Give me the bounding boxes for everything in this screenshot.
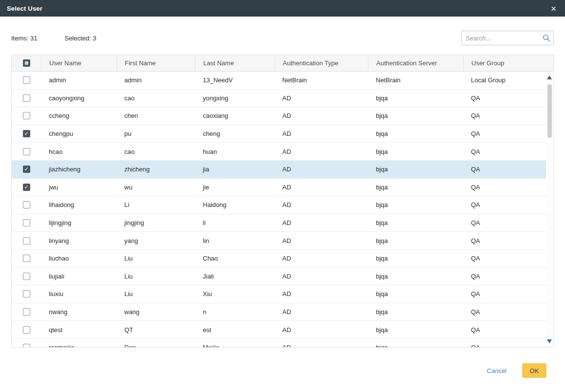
select-user-dialog: Select User × Items: 31 Selected: 3 User… xyxy=(0,0,565,348)
table-row[interactable]: liuxiuLiuXiuADbjqaQA xyxy=(12,285,553,303)
table-cell: jiazhicheng xyxy=(41,161,117,178)
row-checkbox[interactable] xyxy=(23,326,30,334)
table-cell: admin xyxy=(117,72,195,89)
table-row[interactable]: linyangyanglinADbjqaQA xyxy=(12,232,553,250)
table-cell: wu xyxy=(117,179,195,196)
table-row[interactable]: renmeijieRenMeijieADbjqaQA xyxy=(12,339,553,347)
row-checkbox[interactable] xyxy=(23,290,30,298)
table-cell: n xyxy=(195,303,274,321)
row-checkbox[interactable] xyxy=(23,94,30,102)
scroll-up-icon[interactable] xyxy=(547,75,552,79)
table-row[interactable]: lihaidongLiHaidongADbjqaQA xyxy=(12,196,553,214)
select-all-cell xyxy=(12,55,41,71)
table-cell: wang xyxy=(117,303,195,321)
column-header-authentication-server[interactable]: Authentication Server xyxy=(368,55,463,71)
table-cell: zhicheng xyxy=(117,161,195,178)
row-checkbox[interactable] xyxy=(23,344,30,347)
table-cell: bjqa xyxy=(368,321,463,338)
table-cell: li xyxy=(195,214,274,232)
row-checkbox-cell: ✓ xyxy=(12,161,41,178)
row-checkbox[interactable] xyxy=(23,148,30,155)
table-cell: AD xyxy=(274,161,368,178)
table-cell: bjqa xyxy=(368,232,463,249)
row-checkbox[interactable] xyxy=(23,219,30,226)
search-icon[interactable] xyxy=(540,34,553,42)
table-cell: bjqa xyxy=(368,303,463,321)
table-row[interactable]: ✓chengpupuchengADbjqaQA xyxy=(12,125,553,143)
row-checkbox[interactable] xyxy=(23,308,30,316)
search-input[interactable] xyxy=(462,35,540,42)
scroll-down-icon[interactable] xyxy=(547,339,552,343)
row-checkbox[interactable]: ✓ xyxy=(23,130,30,137)
table-cell: cheng xyxy=(195,125,274,143)
table-cell: lihaidong xyxy=(41,196,117,214)
table-row[interactable]: ✓jwuwujieADbjqaQA xyxy=(12,179,553,197)
table-cell: QA xyxy=(463,107,553,125)
column-header-user-group[interactable]: User Group xyxy=(463,55,553,71)
table-row[interactable]: liujialiLiuJialiADbjqaQA xyxy=(12,268,553,286)
items-count: Items: 31 xyxy=(11,35,37,42)
table-row[interactable]: caoyongxingcaoyongxingADbjqaQA xyxy=(12,90,553,108)
table-cell: bjqa xyxy=(368,107,463,125)
row-checkbox[interactable]: ✓ xyxy=(23,166,30,173)
row-checkbox[interactable] xyxy=(23,273,30,280)
table-cell: Liu xyxy=(117,268,195,285)
table-row[interactable]: hcaocaohuanADbjqaQA xyxy=(12,143,553,161)
row-checkbox[interactable] xyxy=(23,201,30,208)
table-cell: caoyongxing xyxy=(41,90,117,107)
column-header-last-name[interactable]: Last Name xyxy=(195,55,274,71)
row-checkbox[interactable]: ✓ xyxy=(23,184,30,191)
select-all-checkbox[interactable] xyxy=(23,59,30,67)
table-cell: QA xyxy=(463,196,553,214)
ok-button[interactable]: OK xyxy=(522,363,546,378)
table-cell: Li xyxy=(117,196,195,214)
row-checkbox-cell: ✓ xyxy=(12,125,41,143)
table-cell: Xiu xyxy=(195,285,274,303)
table-cell: Jiali xyxy=(195,268,274,285)
table-cell: AD xyxy=(274,268,368,285)
selected-count: Selected: 3 xyxy=(64,35,96,42)
row-checkbox[interactable] xyxy=(23,112,30,119)
close-icon[interactable]: × xyxy=(549,3,558,14)
table-row[interactable]: liuchaoLiuChaoADbjqaQA xyxy=(12,250,553,268)
table-cell: QA xyxy=(463,214,553,232)
column-header-authentication-type[interactable]: Authentication Type xyxy=(274,55,368,71)
row-checkbox-cell xyxy=(12,107,41,125)
table-row[interactable]: adminadmin13_NeedVNetBrainNetBrainLocal … xyxy=(12,72,553,90)
scrollbar-thumb[interactable] xyxy=(547,84,552,138)
table-cell: QA xyxy=(463,125,553,143)
table-cell: est xyxy=(195,321,274,338)
row-checkbox-cell: ✓ xyxy=(12,179,41,196)
table-cell: AD xyxy=(274,303,368,321)
dialog-title: Select User xyxy=(7,5,42,12)
table-cell: AD xyxy=(274,321,368,338)
table-cell: Local Group xyxy=(463,72,553,89)
row-checkbox[interactable] xyxy=(23,255,30,262)
table-cell: Chao xyxy=(195,250,274,267)
table-row[interactable]: ✓jiazhichengzhichengjiaADbjqaQA xyxy=(12,161,553,179)
cancel-button[interactable]: Cancel xyxy=(487,367,507,374)
table-cell: liuxiu xyxy=(41,285,117,303)
row-checkbox-cell xyxy=(12,339,41,347)
table-cell: QA xyxy=(463,143,553,160)
table-cell: lijingjing xyxy=(41,214,117,232)
table-cell: AD xyxy=(274,107,368,125)
dialog-titlebar: Select User × xyxy=(0,0,565,17)
table-row[interactable]: qtestQTestADbjqaQA xyxy=(12,321,553,339)
table-cell: bjqa xyxy=(368,268,463,285)
table-cell: bjqa xyxy=(368,285,463,303)
column-header-user-name[interactable]: User Name xyxy=(41,55,117,71)
table-cell: QA xyxy=(463,303,553,321)
row-checkbox[interactable] xyxy=(23,237,30,244)
table-row[interactable]: cchengchencaoxiangADbjqaQA xyxy=(12,107,553,125)
row-checkbox[interactable] xyxy=(23,76,30,84)
table-cell: Ren xyxy=(117,339,195,347)
vertical-scrollbar[interactable] xyxy=(546,72,553,347)
row-checkbox-cell xyxy=(12,232,41,249)
column-header-first-name[interactable]: First Name xyxy=(117,55,195,71)
table-row[interactable]: lijingjingjingjingliADbjqaQA xyxy=(12,214,553,232)
table-row[interactable]: nwangwangnADbjqaQA xyxy=(12,303,553,321)
row-checkbox-cell xyxy=(12,250,41,267)
table-cell: AD xyxy=(274,179,368,196)
table-cell: bjqa xyxy=(368,214,463,232)
